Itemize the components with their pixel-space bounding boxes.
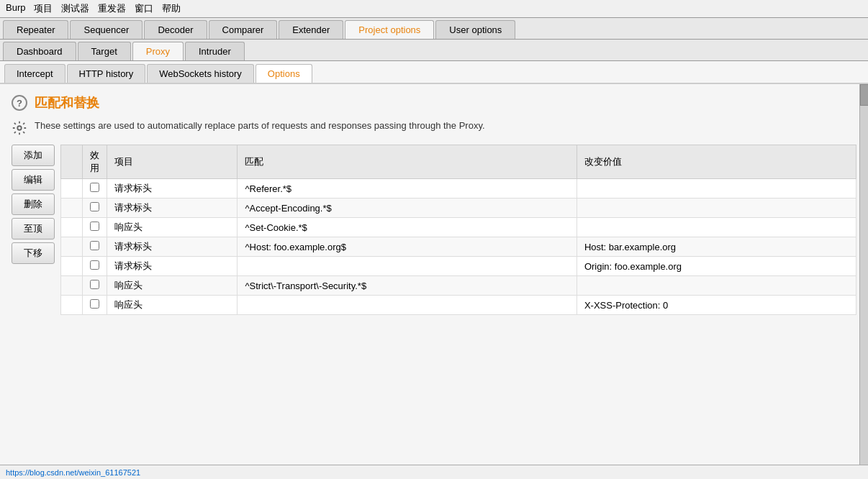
tab-extender[interactable]: Extender: [279, 20, 343, 39]
menu-bar: Burp 项目 测试器 重发器 窗口 帮助: [0, 0, 868, 18]
row-value: [577, 218, 856, 237]
row-select: [61, 199, 83, 218]
row-match: [238, 257, 577, 276]
table-row: 响应头X-XSS-Protection: 0: [61, 296, 856, 315]
row-match: ^Host: foo.example.org$: [238, 237, 577, 257]
row-select: [61, 237, 83, 257]
row-type: 请求标头: [107, 179, 238, 199]
menu-tester[interactable]: 测试器: [61, 2, 89, 15]
row-match: ^Referer.*$: [238, 179, 577, 199]
row-type: 请求标头: [107, 199, 238, 218]
row-match: ^Set-Cookie.*$: [238, 218, 577, 237]
table-row: 响应头^Set-Cookie.*$: [61, 218, 856, 237]
row-match: [238, 296, 577, 315]
table-row: 请求标头^Referer.*$: [61, 179, 856, 199]
section-title: 匹配和替换: [35, 94, 99, 111]
col-type: 项目: [107, 145, 238, 179]
row-select: [61, 276, 83, 296]
row-enabled[interactable]: [83, 199, 107, 218]
tab-dashboard[interactable]: Dashboard: [3, 42, 76, 60]
tab-proxy[interactable]: Proxy: [132, 42, 184, 60]
row-enabled[interactable]: [83, 276, 107, 296]
section-description: These settings are used to automatically…: [0, 116, 868, 145]
table-wrapper: 添加 编辑 删除 至顶 下移 效用 项目 匹配 改变价值 请求标头^Refere…: [0, 145, 868, 327]
col-checkbox: [61, 145, 83, 179]
menu-burp[interactable]: Burp: [6, 2, 25, 15]
inner-tab-row: Intercept HTTP history WebSockets histor…: [0, 61, 868, 84]
menu-help[interactable]: 帮助: [162, 2, 181, 15]
row-match: ^Strict\-Transport\-Security.*$: [238, 276, 577, 296]
section-header: ? 匹配和替换: [0, 84, 868, 116]
help-icon[interactable]: ?: [12, 95, 27, 111]
row-value: [577, 179, 856, 199]
row-enabled[interactable]: [83, 179, 107, 199]
scrollbar[interactable]: [859, 84, 868, 479]
row-select: [61, 257, 83, 276]
second-tab-row: Dashboard Target Proxy Intruder: [0, 40, 868, 61]
menu-repeater[interactable]: 重发器: [98, 2, 126, 15]
table-row: 请求标头^Host: foo.example.org$Host: bar.exa…: [61, 237, 856, 257]
top-tab-row: Repeater Sequencer Decoder Comparer Exte…: [0, 18, 868, 40]
tab-intercept[interactable]: Intercept: [4, 64, 65, 83]
top-button[interactable]: 至顶: [12, 218, 55, 240]
row-enabled[interactable]: [83, 218, 107, 237]
tab-options[interactable]: Options: [256, 64, 312, 83]
description-text: These settings are used to automatically…: [35, 119, 485, 133]
row-type: 响应头: [107, 218, 238, 237]
tab-decoder[interactable]: Decoder: [144, 20, 207, 39]
down-button[interactable]: 下移: [12, 242, 55, 264]
row-enabled[interactable]: [83, 237, 107, 257]
tab-user-options[interactable]: User options: [435, 20, 515, 39]
row-select: [61, 218, 83, 237]
table-row: 响应头^Strict\-Transport\-Security.*$: [61, 276, 856, 296]
row-type: 请求标头: [107, 237, 238, 257]
row-value: X-XSS-Protection: 0: [577, 296, 856, 315]
delete-button[interactable]: 删除: [12, 193, 55, 215]
tab-intruder[interactable]: Intruder: [185, 42, 245, 60]
col-value: 改变价值: [577, 145, 856, 179]
tab-repeater[interactable]: Repeater: [3, 20, 68, 39]
gear-icon: [12, 120, 27, 136]
row-value: Host: bar.example.org: [577, 237, 856, 257]
row-enabled[interactable]: [83, 257, 107, 276]
row-value: [577, 276, 856, 296]
edit-button[interactable]: 编辑: [12, 169, 55, 191]
tab-sequencer[interactable]: Sequencer: [70, 20, 143, 39]
action-buttons: 添加 编辑 删除 至顶 下移: [12, 145, 55, 315]
menu-window[interactable]: 窗口: [135, 2, 153, 15]
row-enabled[interactable]: [83, 296, 107, 315]
row-type: 响应头: [107, 296, 238, 315]
match-replace-table: 效用 项目 匹配 改变价值 请求标头^Referer.*$请求标头^Accept…: [60, 145, 856, 315]
row-type: 请求标头: [107, 257, 238, 276]
status-url: https://blog.csdn.net/weixin_61167521: [6, 468, 140, 477]
row-match: ^Accept-Encoding.*$: [238, 199, 577, 218]
table-row: 请求标头Origin: foo.example.org: [61, 257, 856, 276]
row-value: [577, 199, 856, 218]
tab-project-options[interactable]: Project options: [345, 20, 434, 39]
menu-project[interactable]: 项目: [34, 2, 53, 15]
row-select: [61, 179, 83, 199]
col-enabled: 效用: [83, 145, 107, 179]
tab-http-history[interactable]: HTTP history: [67, 64, 146, 83]
content-area: ? 匹配和替换 These settings are used to autom…: [0, 84, 868, 479]
tab-comparer[interactable]: Comparer: [209, 20, 278, 39]
row-type: 响应头: [107, 276, 238, 296]
status-bar: https://blog.csdn.net/weixin_61167521: [0, 465, 868, 479]
tab-target[interactable]: Target: [78, 42, 131, 60]
svg-point-0: [17, 126, 22, 130]
table-row: 请求标头^Accept-Encoding.*$: [61, 199, 856, 218]
add-button[interactable]: 添加: [12, 145, 55, 166]
tab-websockets-history[interactable]: WebSockets history: [147, 64, 254, 83]
col-match: 匹配: [238, 145, 577, 179]
scrollbar-thumb[interactable]: [860, 84, 868, 106]
row-value: Origin: foo.example.org: [577, 257, 856, 276]
row-select: [61, 296, 83, 315]
